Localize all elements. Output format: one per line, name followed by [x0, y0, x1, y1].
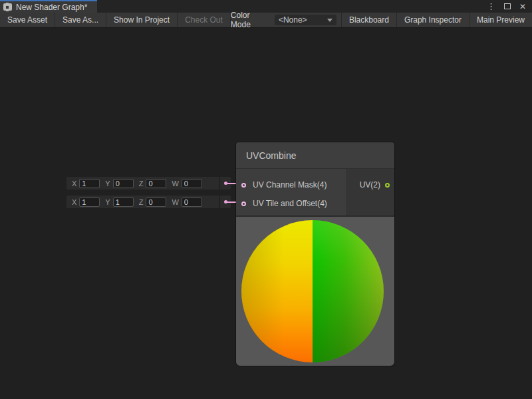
node-body: UV Channel Mask(4) UV Tile and Offset(4)… [236, 169, 394, 215]
input-port-icon[interactable] [241, 201, 246, 206]
z-field[interactable] [146, 179, 166, 188]
graph-inspector-button[interactable]: Graph Inspector [396, 13, 469, 27]
dropdown-arrow-icon [327, 19, 332, 22]
field-label-y: Y [105, 180, 110, 188]
color-mode-label: Color Mode [231, 11, 275, 29]
field-label-y: Y [105, 198, 110, 206]
input-port-row: UV Tile and Offset(4) [236, 194, 346, 213]
field-label-x: X [72, 180, 76, 188]
node-uvcombine[interactable]: UVCombine UV Channel Mask(4) UV Tile and… [236, 142, 394, 366]
field-label-z: Z [139, 180, 144, 188]
port-input-widget-uv-tile-offset: X Y Z W [66, 196, 231, 208]
input-port-row: UV Channel Mask(4) [236, 176, 346, 194]
node-preview [236, 215, 394, 366]
preview-sphere-left-half [241, 220, 313, 362]
port-input-widget-uv-channel-mask: X Y Z W [66, 177, 231, 190]
y-field[interactable] [113, 179, 134, 188]
window-controls: ⋮ ✕ [487, 0, 532, 13]
window-menu-icon[interactable]: ⋮ [487, 2, 495, 11]
x-field[interactable] [79, 198, 100, 207]
field-label-w: W [172, 198, 178, 206]
preview-sphere-right-half [313, 220, 384, 362]
input-port-label: UV Tile and Offset(4) [253, 199, 327, 208]
color-mode-dropdown[interactable]: <None> [275, 15, 336, 25]
field-label-z: Z [139, 198, 144, 206]
tab-title: New Shader Graph* [16, 3, 87, 12]
blackboard-button[interactable]: Blackboard [341, 13, 396, 27]
shader-graph-icon [3, 3, 12, 11]
tab-new-shader-graph[interactable]: New Shader Graph* [0, 0, 97, 13]
z-field[interactable] [146, 198, 166, 207]
preview-sphere [241, 220, 384, 362]
node-input-section: UV Channel Mask(4) UV Tile and Offset(4) [236, 169, 346, 215]
color-mode-group: Color Mode <None> [231, 13, 341, 27]
node-output-section: UV(2) [346, 169, 394, 215]
output-port-icon[interactable] [385, 183, 390, 188]
color-mode-value: <None> [279, 15, 307, 25]
field-label-w: W [172, 180, 178, 188]
input-port-label: UV Channel Mask(4) [253, 180, 327, 190]
toolbar: Save Asset Save As... Show In Project Ch… [0, 13, 532, 28]
maximize-icon[interactable] [504, 3, 511, 9]
close-icon[interactable]: ✕ [519, 3, 526, 11]
save-asset-button[interactable]: Save Asset [0, 13, 55, 27]
graph-canvas[interactable]: X Y Z W X Y Z [0, 28, 532, 399]
show-in-project-button[interactable]: Show In Project [106, 13, 178, 27]
save-as-button[interactable]: Save As... [55, 13, 106, 27]
x-field[interactable] [79, 179, 100, 188]
toolbar-right-group: Blackboard Graph Inspector Main Preview [341, 13, 532, 27]
field-label-x: X [72, 198, 76, 206]
output-port-label: UV(2) [360, 180, 380, 190]
w-field[interactable] [182, 179, 202, 188]
main-preview-button[interactable]: Main Preview [469, 13, 532, 27]
y-field[interactable] [113, 198, 134, 207]
node-header[interactable]: UVCombine [236, 142, 394, 169]
input-port-icon[interactable] [241, 183, 246, 188]
check-out-button: Check Out [178, 13, 231, 27]
node-title: UVCombine [246, 150, 296, 161]
w-field[interactable] [182, 198, 202, 207]
output-port-row: UV(2) [346, 178, 394, 192]
